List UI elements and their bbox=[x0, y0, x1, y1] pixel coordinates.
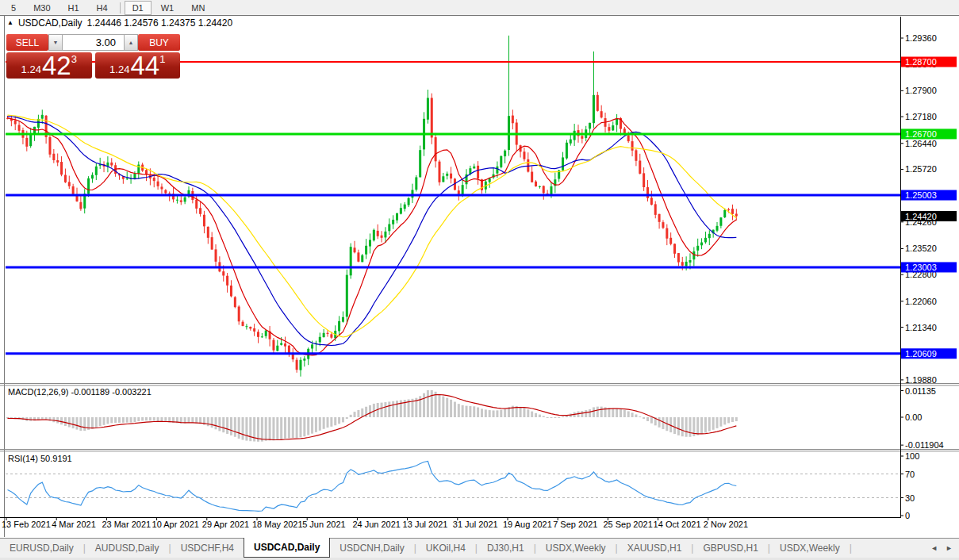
date-tick: 4 Mar 2021 bbox=[52, 520, 96, 529]
macd-tick: -0.011904 bbox=[905, 440, 944, 450]
chart-tab-dj30-h1[interactable]: DJ30,H1 bbox=[478, 539, 534, 558]
chart-canvas[interactable]: 1.293601.286401.279001.271801.264401.257… bbox=[0, 0, 959, 538]
date-tick: 2 Nov 2021 bbox=[704, 520, 748, 529]
price-tick: 1.19880 bbox=[905, 375, 937, 385]
tab-scroll-right-icon[interactable]: ► bbox=[946, 544, 953, 552]
price-tick: 1.27900 bbox=[905, 86, 937, 95]
chart-symbol-label: USDCAD,Daily bbox=[18, 17, 82, 29]
date-tick: 14 Oct 2021 bbox=[654, 520, 701, 529]
volume-box bbox=[63, 34, 124, 51]
chart-tab-ukoil-h4[interactable]: UKOil,H4 bbox=[416, 539, 475, 558]
chart-tab-usdchf-h4[interactable]: USDCHF,H4 bbox=[171, 539, 244, 558]
sell-price-prefix: 1.24 bbox=[21, 63, 41, 75]
buy-button[interactable]: BUY bbox=[138, 34, 180, 51]
price-tick: 1.23520 bbox=[905, 244, 937, 253]
date-tick: 31 Jul 2021 bbox=[453, 520, 498, 529]
buy-price-big: 44 bbox=[130, 54, 159, 78]
date-tick: 5 Jun 2021 bbox=[302, 520, 345, 529]
buy-price-prefix: 1.24 bbox=[109, 63, 129, 75]
price-line-label: 1.26700 bbox=[905, 129, 937, 139]
chart-tab-usdcnh-daily[interactable]: USDCNH,Daily bbox=[330, 539, 413, 558]
trading-terminal: { "toolbar":{ "timeframes":["5","M30","H… bbox=[0, 0, 959, 560]
chart-header: ▲ USDCAD,Daily 1.24446 1.24576 1.24375 1… bbox=[7, 17, 232, 29]
price-line-label: 1.20609 bbox=[905, 349, 937, 359]
date-axis[interactable]: 13 Feb 20214 Mar 202123 Mar 202110 Apr 2… bbox=[2, 517, 748, 529]
chart-tab-audusd-daily[interactable]: AUDUSD,Daily bbox=[86, 539, 169, 558]
chart-tab-eurusd-daily[interactable]: EURUSD,Daily bbox=[0, 539, 83, 558]
sell-price-pipette: 3 bbox=[71, 53, 77, 65]
date-tick: 13 Jul 2021 bbox=[403, 520, 448, 529]
price-tick: 1.25720 bbox=[905, 164, 937, 174]
sell-price-box[interactable]: 1.24 42 3 bbox=[6, 52, 92, 79]
price-tick: 1.29360 bbox=[905, 33, 937, 43]
price-tick: 1.21340 bbox=[905, 323, 937, 332]
date-tick: 23 Mar 2021 bbox=[102, 520, 151, 529]
price-line-label: 1.28700 bbox=[905, 57, 937, 67]
sell-price-big: 42 bbox=[42, 54, 71, 78]
date-tick: 7 Sep 2021 bbox=[553, 520, 597, 529]
price-tick: 1.27180 bbox=[905, 112, 937, 121]
rsi-label: RSI(14) 50.9191 bbox=[8, 454, 72, 463]
rsi-tick: 30 bbox=[905, 493, 915, 503]
price-line-label: 1.23003 bbox=[905, 263, 937, 272]
date-tick: 10 Apr 2021 bbox=[152, 520, 199, 529]
date-tick: 25 Sep 2021 bbox=[603, 520, 652, 529]
volume-decrease-button[interactable]: ▼ bbox=[48, 34, 63, 51]
macd-label: MACD(12,26,9) -0.001189 -0.003221 bbox=[8, 387, 152, 397]
rsi-value: 50.9191 bbox=[40, 454, 72, 463]
chart-ohlc-values: 1.24446 1.24576 1.24375 1.24420 bbox=[87, 17, 233, 29]
chart-tab-usdcad-daily[interactable]: USDCAD,Daily bbox=[244, 538, 330, 558]
macd-tick: 0.00 bbox=[905, 412, 922, 422]
macd-title: MACD(12,26,9) bbox=[8, 387, 68, 397]
one-click-trading-panel: SELL ▼ ▲ BUY 1.24 42 3 1.24 44 1 bbox=[6, 34, 180, 79]
price-tick: 1.26440 bbox=[905, 139, 937, 148]
chart-background bbox=[0, 16, 959, 539]
rsi-tick: 100 bbox=[905, 451, 919, 461]
tab-scroll-left-icon[interactable]: ◄ bbox=[930, 544, 938, 552]
price-line-label: 1.24420 bbox=[905, 212, 937, 221]
date-tick: 13 Feb 2021 bbox=[2, 520, 51, 529]
price-tick: 1.22060 bbox=[905, 297, 937, 306]
rsi-tick: 0 bbox=[905, 511, 910, 520]
rsi-tick: 70 bbox=[905, 470, 915, 479]
price-line-label: 1.25003 bbox=[905, 190, 937, 200]
chart-tabbar: EURUSD,Daily|AUDUSD,Daily|USDCHF,H4USDCA… bbox=[0, 538, 959, 558]
macd-tick: 0.01135 bbox=[905, 386, 936, 396]
volume-input[interactable] bbox=[63, 35, 124, 50]
macd-values: -0.001189 -0.003221 bbox=[71, 387, 151, 397]
date-tick: 19 Aug 2021 bbox=[503, 520, 552, 529]
chart-tab-usdx-weekly[interactable]: USDX,Weekly bbox=[770, 539, 850, 558]
chart-tab-usdx-weekly[interactable]: USDX,Weekly bbox=[536, 539, 616, 558]
buy-price-pipette: 1 bbox=[159, 53, 165, 65]
date-tick: 29 Apr 2021 bbox=[202, 520, 249, 529]
one-click-panel-arrow-icon[interactable]: ▲ bbox=[7, 19, 13, 26]
date-tick: 18 May 2021 bbox=[252, 520, 303, 529]
chart-tab-xauusd-h1[interactable]: XAUUSD,H1 bbox=[618, 539, 692, 558]
date-tick: 24 Jun 2021 bbox=[352, 520, 401, 529]
sell-button[interactable]: SELL bbox=[6, 34, 48, 51]
chart-tab-gbpusd-h1[interactable]: GBPUSD,H1 bbox=[693, 539, 767, 558]
buy-price-box[interactable]: 1.24 44 1 bbox=[95, 52, 181, 79]
rsi-title: RSI(14) bbox=[8, 454, 38, 463]
volume-increase-button[interactable]: ▲ bbox=[124, 34, 138, 51]
